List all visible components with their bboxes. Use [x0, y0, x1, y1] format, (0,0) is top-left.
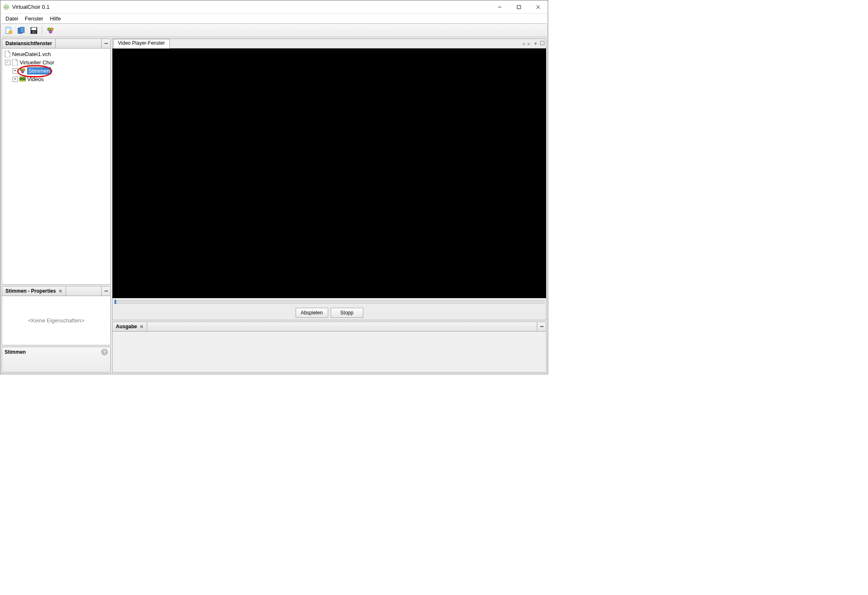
minimize-button[interactable] [490, 0, 509, 13]
expander-group[interactable]: − [5, 59, 10, 65]
close-button[interactable] [528, 0, 548, 13]
svg-rect-12 [32, 31, 36, 33]
svg-rect-25 [23, 77, 23, 78]
video-progress-thumb[interactable] [115, 300, 116, 304]
selection-title: Stimmen [5, 349, 26, 355]
toolbar-open-button[interactable] [16, 25, 27, 36]
svg-rect-26 [24, 77, 25, 78]
svg-rect-11 [31, 28, 36, 30]
output-panel: Ausgabe ✕ [112, 322, 546, 373]
video-buttons-row: Abspielen Stopp [112, 306, 546, 320]
tree-label-videos: Videos [27, 76, 44, 82]
window-title: VirtualChoir 0.1 [12, 4, 490, 10]
app-icon [3, 4, 10, 10]
file-view-minimize-button[interactable] [101, 39, 110, 48]
properties-empty-text: <Keine Eigenschaften> [2, 296, 110, 345]
svg-rect-2 [517, 5, 521, 9]
properties-tabrow: Stimmen - Properties ✕ [2, 286, 110, 296]
client-area: Dateiansichtfenster [0, 23, 548, 374]
svg-rect-27 [105, 291, 108, 291]
svg-rect-23 [20, 77, 21, 78]
tree-label-rootfile: NeueDatei1.vch [12, 51, 51, 57]
svg-rect-24 [22, 77, 22, 78]
svg-point-19 [21, 71, 24, 73]
voices-icon [19, 67, 26, 74]
left-column: Dateiansichtfenster [2, 38, 111, 373]
help-icon[interactable]: ? [101, 349, 108, 355]
properties-tab[interactable]: Stimmen - Properties ✕ [2, 286, 66, 296]
svg-rect-6 [6, 27, 11, 29]
toolbar-save-button[interactable] [28, 25, 39, 36]
tree-label-group: Virtueller Chor [20, 59, 54, 66]
stop-button[interactable]: Stopp [331, 308, 363, 318]
svg-rect-29 [540, 326, 544, 327]
toolbar-voices-button[interactable] [45, 25, 56, 36]
expander-videos[interactable]: + [12, 76, 18, 82]
svg-rect-16 [105, 43, 108, 44]
tree-label-voices: Stimmen [27, 67, 51, 74]
tab-controls: ◀ ▶ ▼ [520, 39, 546, 48]
file-view-tabrow: Dateiansichtfenster [2, 39, 110, 49]
video-progress-row [112, 298, 546, 306]
toolbar-new-button[interactable] [3, 25, 14, 36]
properties-tab-label: Stimmen - Properties [5, 288, 56, 294]
output-tab-label: Ausgabe [116, 324, 137, 329]
svg-point-0 [4, 5, 9, 10]
file-view-tab[interactable]: Dateiansichtfenster [2, 39, 56, 48]
file-icon [4, 51, 11, 57]
play-button[interactable]: Abspielen [296, 308, 328, 318]
right-column: Video Player-Fenster ◀ ▶ ▼ [112, 38, 546, 373]
video-player-tab[interactable]: Video Player-Fenster [113, 39, 170, 49]
tab-prev-icon[interactable]: ◀ [522, 41, 525, 46]
tree-row-videos[interactable]: + Videos [2, 75, 110, 83]
file-tree[interactable]: NeueDatei1.vch − Virtueller Chor [2, 49, 110, 284]
menu-window[interactable]: Fenster [21, 15, 46, 23]
workarea: Dateiansichtfenster [2, 37, 546, 373]
tab-maximize-icon[interactable] [540, 41, 544, 46]
selection-panel: Stimmen ? [2, 347, 111, 373]
maximize-button[interactable] [509, 0, 528, 13]
video-progress-slider[interactable] [114, 300, 544, 304]
tab-menu-icon[interactable]: ▼ [534, 41, 538, 46]
svg-rect-28 [541, 41, 544, 45]
titlebar: VirtualChoir 0.1 [0, 0, 548, 14]
video-tabrow: Video Player-Fenster ◀ ▶ ▼ [112, 39, 546, 49]
video-canvas[interactable] [112, 49, 546, 298]
menubar: Datei Fenster Hilfe [0, 14, 548, 23]
document-icon [12, 59, 18, 66]
properties-panel: Stimmen - Properties ✕ <Keine Eigenschaf… [2, 286, 111, 345]
file-view-panel: Dateiansichtfenster [2, 38, 111, 285]
output-body[interactable] [112, 332, 546, 372]
tab-next-icon[interactable]: ▶ [528, 41, 531, 46]
video-player-panel: Video Player-Fenster ◀ ▶ ▼ [112, 38, 546, 320]
tree-row-group[interactable]: − Virtueller Chor [2, 58, 110, 66]
svg-point-15 [49, 30, 52, 33]
menu-help[interactable]: Hilfe [46, 15, 64, 23]
window-controls [490, 0, 548, 13]
videos-icon [19, 76, 26, 82]
tree-row-voices[interactable]: + Stimmen [2, 66, 110, 75]
properties-tab-close-icon[interactable]: ✕ [59, 289, 62, 294]
output-tab-close-icon[interactable]: ✕ [140, 324, 143, 329]
properties-minimize-button[interactable] [101, 286, 110, 296]
app-window: VirtualChoir 0.1 Datei Fenster Hilfe [0, 0, 548, 374]
output-tabrow: Ausgabe ✕ [112, 322, 546, 332]
output-tab[interactable]: Ausgabe ✕ [112, 322, 147, 331]
tree-row-rootfile[interactable]: NeueDatei1.vch [2, 50, 110, 58]
toolbar [2, 23, 546, 37]
menu-file[interactable]: Datei [2, 15, 21, 23]
svg-rect-9 [20, 27, 24, 33]
expander-voices[interactable]: + [12, 68, 18, 74]
svg-rect-22 [20, 80, 26, 81]
output-minimize-button[interactable] [537, 322, 546, 331]
toolbar-separator [42, 26, 43, 35]
